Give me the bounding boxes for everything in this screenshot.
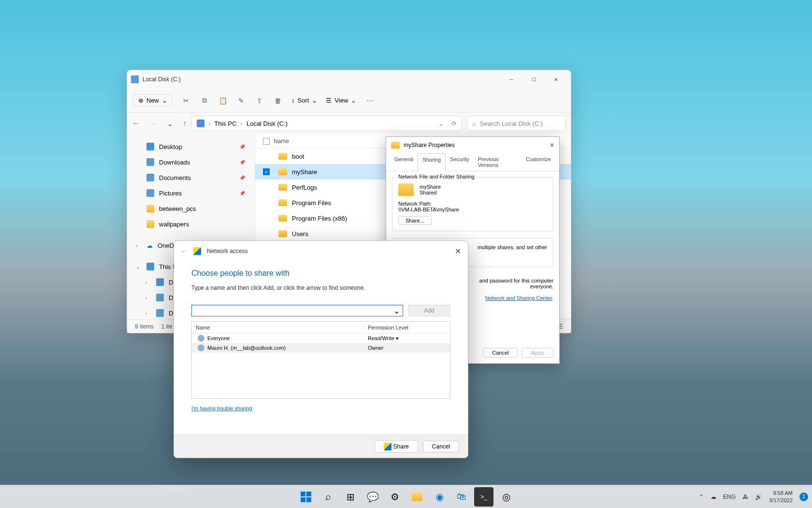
explorer-titlebar[interactable]: Local Disk (C:) ─ ☐ ✕: [127, 70, 571, 89]
list-row[interactable]: Mauro H. (m__lab@outlook.com) Owner: [192, 343, 450, 353]
name-input[interactable]: [192, 307, 393, 314]
maximize-button[interactable]: ☐: [522, 72, 545, 87]
folder-icon: [398, 183, 414, 196]
copy-icon[interactable]: ⧉: [200, 96, 209, 105]
explorer-toolbar: ⊕ New ⌄ ✂ ⧉ 📋 ✎ ⇪ 🗑 ↕ Sort ⌄ ☰ View ⌄ ⋯: [127, 89, 571, 113]
settings-button[interactable]: ⚙: [385, 487, 405, 507]
sidebar-pictures[interactable]: Pictures📌: [127, 185, 255, 201]
volume-icon[interactable]: 🔊: [755, 493, 762, 500]
tab-customize[interactable]: Customize: [522, 153, 555, 171]
sidebar-wallpapers[interactable]: wallpapers: [127, 216, 255, 232]
forward-button[interactable]: →: [149, 119, 157, 128]
sort-button[interactable]: ↕ Sort ⌄: [291, 97, 317, 104]
sidebar-downloads[interactable]: Downloads📌: [127, 154, 255, 170]
network-sharing-group: Network File and Folder Sharing myShare …: [392, 177, 553, 231]
back-button[interactable]: ←: [181, 247, 188, 255]
minimize-button[interactable]: ─: [500, 72, 522, 87]
new-button[interactable]: ⊕ New ⌄: [133, 94, 173, 106]
column-name[interactable]: Name: [192, 325, 364, 330]
delete-icon[interactable]: 🗑: [273, 96, 283, 105]
sharing-center-link[interactable]: Network and Sharing Center: [485, 295, 552, 301]
properties-titlebar[interactable]: myShare Properties ✕: [386, 137, 559, 153]
chevron-down-icon[interactable]: ⌄: [393, 306, 400, 315]
tab-sharing[interactable]: Sharing: [418, 153, 446, 171]
dialog-title: Network access: [207, 248, 248, 254]
network-icon[interactable]: 🖧: [742, 493, 748, 500]
tab-general[interactable]: General: [390, 153, 418, 171]
paste-icon[interactable]: 📋: [218, 96, 228, 105]
sidebar-desktop[interactable]: Desktop📌: [127, 139, 255, 154]
start-button[interactable]: [296, 487, 316, 507]
up-button[interactable]: ↑: [183, 119, 187, 128]
recent-button[interactable]: ⌄: [167, 119, 173, 128]
close-button[interactable]: ✕: [545, 72, 567, 87]
dialog-footer: Share Cancel: [174, 434, 468, 458]
notification-badge[interactable]: 2: [799, 493, 808, 501]
search-icon: ⌕: [472, 120, 476, 127]
pc-icon: [146, 263, 154, 270]
shield-icon: [193, 247, 201, 255]
rename-icon[interactable]: ✎: [236, 96, 246, 105]
folder-icon: [278, 184, 287, 191]
taskview-button[interactable]: ⊞: [341, 487, 360, 507]
status-selected: 1 ite: [161, 323, 173, 330]
network-path: \\VM-LAB-BETA\myShare: [398, 207, 547, 212]
folder-icon: [146, 205, 154, 212]
add-button[interactable]: Add: [408, 305, 450, 316]
close-button[interactable]: ✕: [550, 142, 554, 149]
address-bar[interactable]: › This PC › Local Disk (C:) ⌄ ⟳: [191, 116, 462, 131]
share-button[interactable]: Share...: [398, 216, 432, 225]
sidebar-documents[interactable]: Documents📌: [127, 170, 255, 185]
store-button[interactable]: 🛍: [452, 487, 471, 507]
svg-rect-1: [306, 492, 311, 496]
cancel-button[interactable]: Cancel: [423, 441, 459, 452]
row-checkbox[interactable]: ✓: [263, 168, 270, 175]
clock[interactable]: 8:58 AM 3/17/2022: [769, 490, 793, 504]
edge-button[interactable]: ◉: [430, 487, 449, 507]
dialog-subtext: Type a name and then click Add, or click…: [191, 284, 450, 291]
chevron-up-icon[interactable]: ⌃: [699, 493, 704, 500]
tab-security[interactable]: Security: [446, 153, 474, 171]
refresh-icon[interactable]: ⟳: [451, 120, 457, 127]
share-button[interactable]: Share: [375, 440, 418, 453]
pc-icon: [197, 120, 204, 127]
svg-rect-3: [306, 497, 311, 502]
shield-icon: [384, 443, 392, 450]
chat-button[interactable]: 💬: [363, 487, 382, 507]
cut-icon[interactable]: ✂: [181, 96, 191, 105]
search-button[interactable]: ⌕: [319, 487, 338, 507]
cancel-button[interactable]: Cancel: [483, 348, 518, 358]
pictures-icon: [146, 189, 154, 197]
breadcrumb-thispc[interactable]: This PC: [214, 120, 236, 127]
view-button[interactable]: ☰ View ⌄: [326, 97, 356, 104]
search-input[interactable]: ⌕ Search Local Disk (C:): [467, 116, 566, 131]
downloads-icon: [146, 158, 154, 166]
share-name: myShare: [420, 184, 441, 190]
app-button[interactable]: ◎: [496, 487, 516, 507]
window-title: Local Disk (C:): [143, 76, 500, 83]
column-permission[interactable]: Permission Level: [364, 325, 450, 330]
onedrive-icon[interactable]: ☁: [710, 493, 716, 500]
language-indicator[interactable]: ENG: [723, 493, 736, 500]
breadcrumb-drive[interactable]: Local Disk (C:): [246, 120, 288, 127]
permission-dropdown[interactable]: Read/Write ▾: [364, 335, 450, 342]
sidebar-betweenpcs[interactable]: between_pcs: [127, 201, 255, 216]
folder-icon: [278, 230, 287, 237]
dialog-heading: Choose people to share with: [191, 269, 450, 278]
name-combobox[interactable]: ⌄: [191, 305, 403, 316]
close-button[interactable]: ✕: [455, 247, 461, 256]
select-all-checkbox[interactable]: [263, 138, 270, 145]
network-access-dialog: ← Network access ✕ Choose people to shar…: [174, 240, 468, 458]
file-explorer-button[interactable]: [407, 487, 427, 507]
status-items: 9 items: [135, 323, 154, 330]
apply-button[interactable]: Apply: [522, 348, 553, 358]
back-button[interactable]: ←: [132, 119, 140, 128]
more-icon[interactable]: ⋯: [365, 96, 375, 105]
share-icon[interactable]: ⇪: [255, 96, 264, 105]
folder-icon: [146, 220, 154, 228]
trouble-sharing-link[interactable]: I'm having trouble sharing: [191, 405, 252, 411]
tab-previous-versions[interactable]: Previous Versions: [474, 153, 522, 171]
list-row[interactable]: Everyone Read/Write ▾: [192, 333, 450, 343]
terminal-button[interactable]: >_: [474, 487, 493, 507]
folder-icon: [278, 168, 287, 175]
